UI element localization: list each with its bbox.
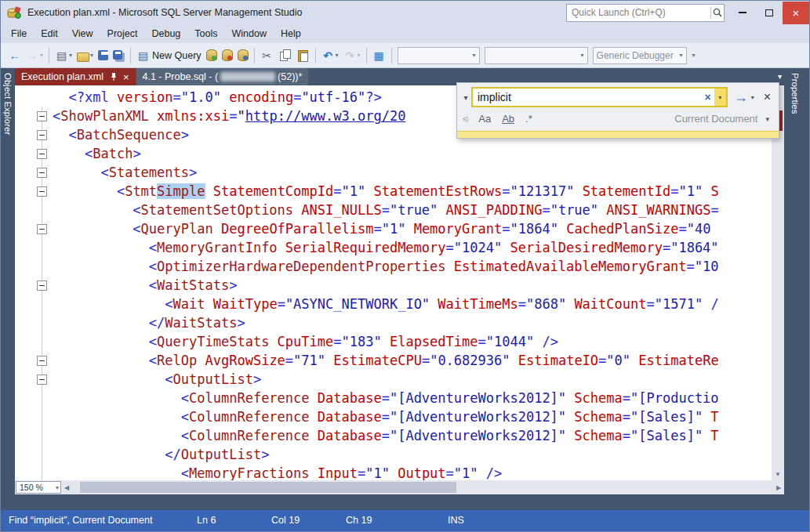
menu-item-tools[interactable]: Tools <box>187 24 224 43</box>
cut-button[interactable] <box>258 46 276 65</box>
navigate-forward-icon <box>26 49 39 62</box>
properties-tab[interactable]: Properties <box>784 68 809 512</box>
menu-item-debug[interactable]: Debug <box>144 24 187 43</box>
paste-button[interactable] <box>294 46 312 65</box>
tab-execution-plan[interactable]: Execution plan.xml × <box>15 68 136 85</box>
close-button[interactable]: × <box>783 2 809 24</box>
toolbar-combo-2[interactable]: ▾ <box>485 47 588 64</box>
save-button[interactable] <box>96 46 111 65</box>
menu-item-edit[interactable]: Edit <box>34 24 65 43</box>
code-line[interactable]: <QueryPlan DegreeOfParallelism="1" Memor… <box>15 219 772 238</box>
database-3-button[interactable] <box>235 46 251 65</box>
zoom-selector[interactable]: 150 % ▾ <box>16 481 61 494</box>
menu-item-help[interactable]: Help <box>274 24 308 43</box>
fold-toggle-icon[interactable] <box>37 375 47 385</box>
scroll-left-icon[interactable]: ◀ <box>61 484 72 491</box>
code-line[interactable]: <Batch> <box>15 144 772 163</box>
fold-toggle-icon[interactable] <box>37 224 47 234</box>
tab-probe-sql[interactable]: 4.1 - Probe.sql - ( (52))* <box>136 68 309 85</box>
code-line[interactable]: <ColumnReference Database="[AdventureWor… <box>15 407 772 426</box>
zoom-value: 150 % <box>20 483 43 492</box>
database-1-icon <box>206 49 217 61</box>
code-line[interactable]: <OptimizerHardwareDependentProperties Es… <box>15 257 772 276</box>
code-line[interactable]: <StatementSetOptions ANSI_NULLS="true" A… <box>15 201 772 219</box>
code-editor[interactable]: <?xml version="1.0" encoding="utf-16"?><… <box>15 85 772 480</box>
main-area: Object Explorer Properties Execution pla… <box>1 68 809 512</box>
maximize-icon <box>765 9 773 16</box>
code-line[interactable]: <OutputList> <box>15 370 772 389</box>
vertical-scrollbar[interactable]: ▲ ▼ <box>772 85 784 480</box>
find-close-icon[interactable]: × <box>757 90 774 104</box>
minimize-button[interactable] <box>729 2 756 24</box>
code-line[interactable]: <ColumnReference Database="[AdventureWor… <box>15 389 772 407</box>
search-scope-dropdown[interactable]: Current Document <box>674 113 757 125</box>
object-explorer-tab[interactable]: Object Explorer <box>1 68 15 512</box>
code-line[interactable]: <MemoryFractions Input="1" Output="1" /> <box>15 464 772 480</box>
new-query-button[interactable]: New Query <box>134 46 204 65</box>
tab-list-dropdown-icon[interactable]: ▾ <box>778 72 782 81</box>
find-input[interactable] <box>473 91 701 103</box>
match-case-button[interactable]: Aa <box>474 111 496 126</box>
find-options-chevron-icon[interactable]: ▾ <box>751 94 757 101</box>
redo-button[interactable]: ▾ <box>341 46 363 65</box>
pin-icon[interactable] <box>110 72 118 81</box>
copy-button[interactable] <box>276 46 294 65</box>
find-next-icon[interactable]: → <box>728 89 751 106</box>
undo-button[interactable]: ▾ <box>319 46 341 65</box>
fold-toggle-icon[interactable] <box>37 111 47 121</box>
database-1-button[interactable] <box>204 46 220 65</box>
code-line[interactable]: <ColumnReference Database="[AdventureWor… <box>15 426 772 445</box>
horizontal-scrollbar[interactable] <box>72 480 773 494</box>
code-line[interactable]: <RelOp AvgRowSize="71" EstimateCPU="0.68… <box>15 351 772 370</box>
open-file-button[interactable]: ▾ <box>74 46 96 65</box>
code-line[interactable]: <StmtSimple StatementCompId="1" Statemen… <box>15 182 772 201</box>
expand-replace-chevron-icon[interactable]: ▾ <box>460 93 471 102</box>
menu-item-project[interactable]: Project <box>100 24 145 43</box>
code-line[interactable]: <MemoryGrantInfo SerialRequiredMemory="1… <box>15 238 772 257</box>
maximize-button[interactable] <box>756 2 783 24</box>
scroll-down-icon[interactable]: ▼ <box>772 469 784 480</box>
new-project-button[interactable]: ▾ <box>53 46 74 65</box>
fold-toggle-icon[interactable] <box>37 149 47 159</box>
navigate-forward-button[interactable]: ▾ <box>24 46 45 65</box>
toolbar-combo-1[interactable]: ▾ <box>398 47 480 64</box>
code-line[interactable]: <Statements> <box>15 163 772 182</box>
clear-search-icon[interactable]: × <box>701 91 714 103</box>
code-line[interactable]: <Wait WaitType="ASYNC_NETWORK_IO" WaitTi… <box>15 295 772 313</box>
code-line[interactable]: </OutputList> <box>15 445 772 464</box>
fold-toggle-icon[interactable] <box>37 186 47 197</box>
chevron-down-icon: ▾ <box>692 52 696 59</box>
quick-launch-input[interactable] <box>567 7 710 18</box>
code-line[interactable]: <WaitStats> <box>15 276 772 295</box>
find-search-box[interactable]: × ▾ <box>471 87 728 107</box>
fold-toggle-icon[interactable] <box>37 356 47 366</box>
horizontal-scrollbar-thumb[interactable] <box>80 482 456 493</box>
quick-launch-box[interactable] <box>566 4 725 22</box>
fold-margin <box>15 295 53 313</box>
regex-button[interactable]: .* <box>521 111 537 126</box>
save-all-button[interactable] <box>111 46 127 65</box>
chevron-down-icon: ▾ <box>40 52 43 59</box>
menu-item-window[interactable]: Window <box>225 24 274 43</box>
fold-toggle-icon[interactable] <box>37 168 47 178</box>
fold-margin <box>15 351 53 370</box>
fold-margin <box>15 426 53 445</box>
menu-item-file[interactable]: File <box>4 24 34 43</box>
menu-item-view[interactable]: View <box>65 24 100 43</box>
tab-close-icon[interactable]: × <box>123 72 129 82</box>
debugger-combo[interactable]: Generic Debugger▾ <box>593 47 687 64</box>
fold-toggle-icon[interactable] <box>37 280 47 291</box>
navigate-back-button[interactable] <box>5 46 24 65</box>
code-line[interactable]: </WaitStats> <box>15 313 772 332</box>
fold-toggle-icon[interactable] <box>37 130 47 140</box>
scroll-right-icon[interactable]: ▶ <box>773 484 784 491</box>
whole-word-button[interactable]: Ab <box>497 111 519 126</box>
database-2-button[interactable] <box>220 46 235 65</box>
execution-plan-button[interactable] <box>370 46 388 65</box>
scope-chevron-icon[interactable]: ▾ <box>765 115 769 123</box>
tab-label-suffix: (52))* <box>278 71 302 82</box>
code-line[interactable]: <QueryTimeStats CpuTime="183" ElapsedTim… <box>15 332 772 351</box>
minimize-icon <box>739 12 746 13</box>
search-history-dropdown-icon[interactable]: ▾ <box>714 89 726 106</box>
toolbar-options-button[interactable]: ▾ <box>689 46 698 65</box>
